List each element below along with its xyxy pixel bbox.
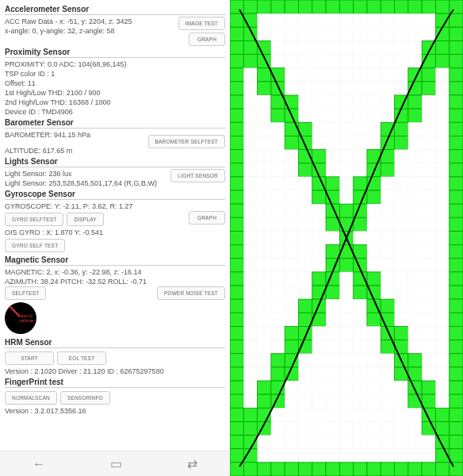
svg-rect-27 [367, 13, 381, 27]
gyroscope-title: Gyroscope Sensor [5, 188, 225, 200]
svg-rect-143 [326, 109, 339, 122]
home-icon[interactable]: ⇄ [187, 456, 197, 471]
svg-rect-487 [381, 381, 394, 394]
svg-rect-433 [339, 340, 353, 354]
svg-rect-48 [422, 27, 435, 40]
svg-rect-97 [395, 68, 408, 82]
svg-rect-565 [285, 449, 298, 463]
svg-rect-229 [339, 177, 353, 190]
svg-rect-326 [271, 259, 285, 272]
svg-rect-22 [298, 13, 312, 27]
svg-rect-283 [381, 217, 394, 231]
touchscreen-test[interactable] [230, 0, 463, 476]
svg-rect-89 [285, 68, 298, 82]
svg-rect-584 [312, 463, 326, 476]
svg-rect-79 [381, 55, 394, 68]
svg-rect-72 [285, 55, 298, 68]
svg-rect-416 [339, 326, 353, 340]
svg-rect-306 [230, 245, 243, 259]
svg-rect-390 [450, 299, 463, 313]
svg-rect-203 [450, 150, 463, 163]
power-noise-button[interactable]: POWER NOISE TEST [157, 286, 225, 300]
svg-rect-66 [435, 40, 449, 54]
svg-rect-194 [326, 150, 339, 163]
svg-rect-263 [339, 204, 353, 217]
svg-rect-350 [367, 272, 381, 286]
svg-rect-569 [339, 449, 353, 463]
image-test-button[interactable]: IMAGE TEST [178, 17, 225, 30]
svg-rect-106 [285, 82, 298, 95]
svg-rect-282 [367, 217, 381, 231]
svg-rect-525 [435, 408, 449, 421]
gyro-ois-selftest-button[interactable]: GYRO SELF TEST [5, 239, 65, 252]
svg-rect-69 [243, 55, 257, 68]
back-icon[interactable]: ← [33, 457, 45, 471]
svg-rect-542 [435, 421, 449, 435]
fingerprint-version: Version : 3.2.017.5356.16 [5, 406, 225, 416]
svg-rect-71 [271, 55, 285, 68]
fp-sensorinfo-button[interactable]: SENSORINFO [60, 391, 110, 405]
svg-rect-196 [354, 150, 367, 163]
svg-rect-159 [312, 122, 326, 136]
svg-rect-420 [395, 326, 408, 340]
svg-rect-109 [326, 82, 339, 95]
svg-rect-312 [312, 245, 326, 259]
svg-rect-4 [285, 0, 298, 13]
touch-grid[interactable] [230, 0, 463, 476]
gyro-graph-button[interactable]: GRAPH [189, 211, 225, 225]
svg-rect-399 [339, 313, 353, 326]
svg-rect-386 [395, 299, 408, 313]
svg-rect-401 [367, 313, 381, 326]
svg-rect-449 [326, 354, 339, 367]
svg-rect-221 [230, 177, 243, 190]
svg-rect-582 [285, 463, 298, 476]
svg-rect-329 [312, 259, 326, 272]
light-sensor-button[interactable]: LIGHT SENSOR [170, 169, 225, 182]
fp-normalscan-button[interactable]: NORMALSCAN [5, 391, 57, 405]
svg-rect-183 [408, 136, 422, 149]
svg-rect-251 [408, 190, 422, 204]
svg-rect-239 [243, 190, 257, 204]
recent-icon[interactable]: ▭ [110, 456, 122, 471]
svg-rect-475 [450, 367, 463, 381]
svg-rect-519 [354, 408, 367, 421]
barometer-selftest-button[interactable]: BAROMETER SELFTEST [148, 135, 225, 148]
svg-rect-25 [339, 13, 353, 27]
hrm-start-button[interactable]: START [5, 351, 54, 365]
svg-rect-276 [285, 217, 298, 231]
svg-rect-277 [298, 217, 312, 231]
svg-rect-504 [381, 394, 394, 408]
svg-rect-248 [367, 190, 381, 204]
gyro-display-button[interactable]: DISPLAY [67, 213, 103, 226]
svg-rect-85 [230, 68, 243, 82]
svg-rect-202 [435, 150, 449, 163]
svg-rect-9 [354, 0, 367, 13]
gyro-selftest-button[interactable]: GYRO SELFTEST [5, 213, 63, 226]
graph-button-acc[interactable]: GRAPH [189, 33, 225, 46]
gyroscope-value: GYROSCOPE: Y: -2.11, P: 3.62, R: 1.27 [5, 202, 225, 211]
svg-rect-168 [435, 122, 449, 136]
svg-rect-163 [367, 122, 381, 136]
svg-rect-185 [435, 136, 449, 149]
svg-rect-398 [326, 313, 339, 326]
svg-rect-393 [258, 313, 271, 326]
svg-rect-448 [312, 354, 326, 367]
svg-rect-95 [367, 68, 381, 82]
svg-rect-540 [408, 421, 422, 435]
svg-rect-33 [450, 13, 463, 27]
svg-rect-226 [298, 177, 312, 190]
svg-rect-520 [367, 408, 381, 421]
svg-rect-533 [312, 421, 326, 435]
svg-rect-516 [312, 408, 326, 421]
magnetic-selftest-button[interactable]: SELFTEST [5, 286, 46, 300]
svg-rect-505 [395, 394, 408, 408]
svg-rect-92 [326, 68, 339, 82]
svg-rect-382 [339, 299, 353, 313]
hrm-eol-button[interactable]: EOL TEST [57, 351, 106, 365]
svg-rect-60 [354, 40, 367, 54]
svg-rect-536 [354, 421, 367, 435]
svg-rect-474 [435, 367, 449, 381]
svg-rect-191 [285, 150, 298, 163]
svg-rect-581 [271, 463, 285, 476]
svg-rect-233 [395, 177, 408, 190]
